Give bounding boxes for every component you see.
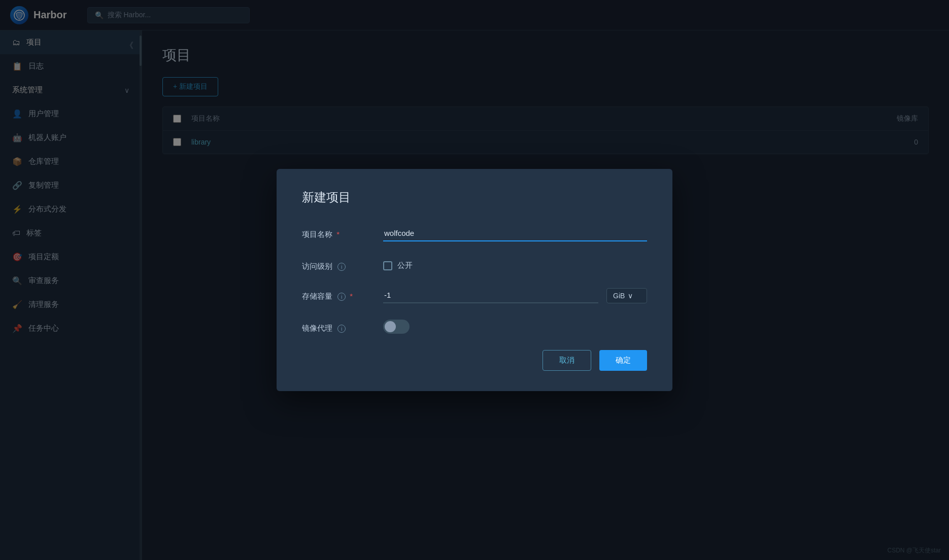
label-access-level: 访问级别 i	[302, 258, 383, 271]
access-level-control: 公开	[383, 258, 647, 270]
form-row-access-level: 访问级别 i 公开	[302, 258, 647, 271]
public-checkbox[interactable]	[383, 261, 392, 270]
toggle-thumb	[385, 321, 396, 332]
label-storage-quota: 存储容量 i *	[302, 288, 383, 301]
required-marker: *	[336, 230, 340, 238]
storage-unit-label: GiB	[613, 292, 625, 300]
modal-overlay: 新建项目 项目名称 * 访问级别 i 公开	[0, 0, 949, 560]
project-name-input[interactable]	[383, 226, 647, 241]
storage-quota-input[interactable]	[383, 288, 598, 303]
new-project-dialog: 新建项目 项目名称 * 访问级别 i 公开	[277, 169, 672, 391]
form-row-storage-quota: 存储容量 i * GiB ∨	[302, 288, 647, 303]
required-marker: *	[350, 292, 353, 300]
storage-unit-selector[interactable]: GiB ∨	[606, 288, 647, 303]
label-image-proxy: 镜像代理 i	[302, 320, 383, 333]
image-proxy-info-icon[interactable]: i	[337, 325, 346, 333]
public-label: 公开	[397, 261, 413, 270]
image-proxy-toggle[interactable]	[383, 320, 410, 334]
project-name-control	[383, 226, 647, 241]
cancel-button[interactable]: 取消	[543, 350, 591, 371]
dialog-title: 新建项目	[302, 189, 647, 205]
confirm-button[interactable]: 确定	[599, 350, 647, 371]
access-level-info-icon[interactable]: i	[337, 263, 346, 271]
image-proxy-control	[383, 320, 647, 334]
form-row-image-proxy: 镜像代理 i	[302, 320, 647, 334]
access-level-checkbox-row: 公开	[383, 258, 647, 270]
storage-quota-control: GiB ∨	[383, 288, 647, 303]
label-project-name: 项目名称 *	[302, 226, 383, 239]
storage-row: GiB ∨	[383, 288, 647, 303]
form-row-project-name: 项目名称 *	[302, 226, 647, 241]
dialog-footer: 取消 确定	[302, 350, 647, 371]
chevron-down-icon: ∨	[628, 292, 633, 300]
storage-quota-info-icon[interactable]: i	[337, 293, 346, 301]
